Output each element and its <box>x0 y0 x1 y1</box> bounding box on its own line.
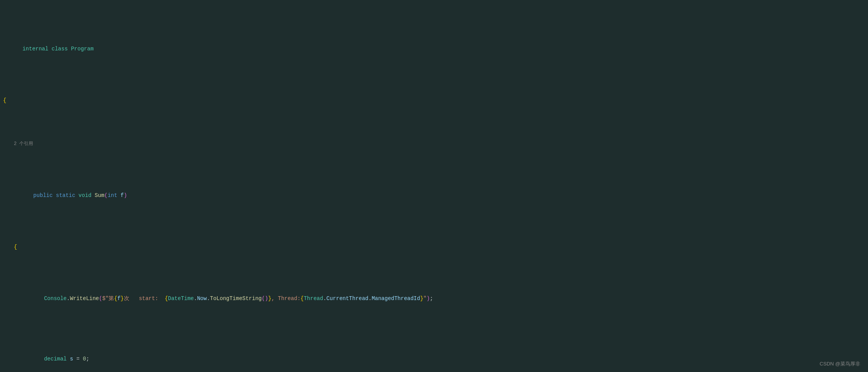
code-line: { <box>0 243 868 251</box>
code-line: internal class Program <box>0 36 868 62</box>
code-line: public static void Sum(int f) <box>0 182 868 208</box>
code-line: 2 个引用 <box>0 139 868 148</box>
code-line: { <box>0 96 868 105</box>
watermark: CSDN @菜鸟厚非 <box>820 360 860 367</box>
code-editor: internal class Program { 2 个引用 public st… <box>0 0 868 372</box>
code-line: Console.WriteLine($"第{f}次 start: {DateTi… <box>0 286 868 312</box>
code-line: decimal s = 0; <box>0 346 868 372</box>
